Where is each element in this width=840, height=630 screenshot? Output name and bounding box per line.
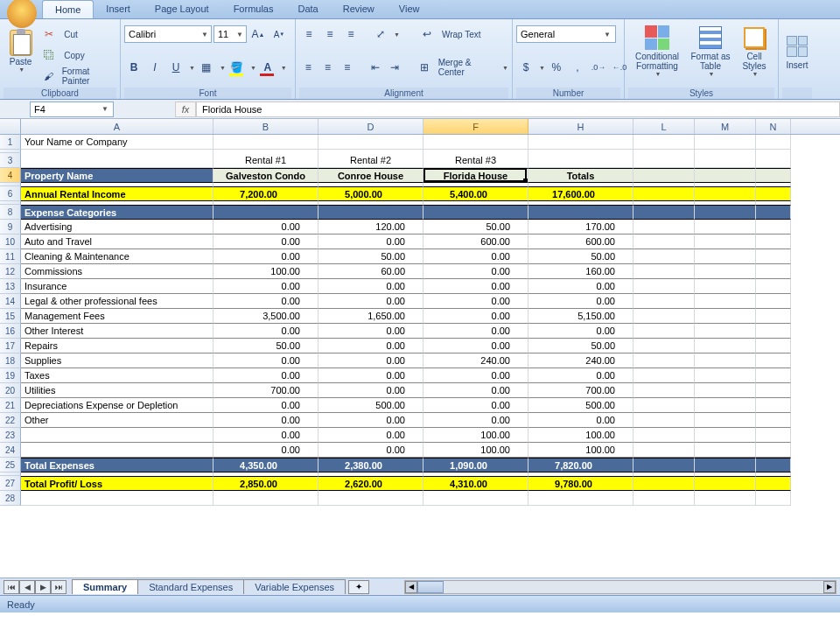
cell[interactable] xyxy=(634,324,695,339)
cell[interactable] xyxy=(756,458,791,472)
align-center-button[interactable]: ≡ xyxy=(318,59,336,76)
cell[interactable] xyxy=(634,491,695,506)
row-header-1[interactable]: 1 xyxy=(0,135,21,150)
row-header-15[interactable]: 15 xyxy=(0,309,21,324)
cell[interactable]: 0.00 xyxy=(214,428,318,443)
cell[interactable]: Annual Rental Income xyxy=(21,186,214,201)
cell[interactable]: 100.00 xyxy=(528,443,634,458)
cell[interactable]: 0.00 xyxy=(214,324,318,339)
ribbon-tab-page-layout[interactable]: Page Layout xyxy=(143,0,221,18)
cell[interactable] xyxy=(756,309,791,324)
cell[interactable]: 0.00 xyxy=(528,294,634,309)
cell[interactable] xyxy=(756,443,791,458)
cell[interactable]: 0.00 xyxy=(214,368,318,383)
percent-button[interactable]: % xyxy=(547,59,566,76)
cell[interactable] xyxy=(756,168,791,183)
cell[interactable]: 0.00 xyxy=(528,368,634,383)
sheet-nav-last[interactable]: ⏭ xyxy=(51,580,66,594)
cell[interactable]: 17,600.00 xyxy=(528,186,634,201)
cell[interactable]: 0.00 xyxy=(528,279,634,294)
cell[interactable] xyxy=(21,153,214,168)
cell[interactable]: 100.00 xyxy=(424,443,528,458)
cell[interactable]: 0.00 xyxy=(424,398,528,413)
cell[interactable] xyxy=(634,354,695,368)
cell[interactable]: Legal & other professional fees xyxy=(21,294,214,309)
cell[interactable]: 7,820.00 xyxy=(528,458,634,472)
cell[interactable] xyxy=(634,309,695,324)
cell[interactable]: 4,310.00 xyxy=(424,476,528,491)
cell[interactable]: 0.00 xyxy=(424,264,528,279)
cell[interactable] xyxy=(695,279,756,294)
cell[interactable] xyxy=(528,153,634,168)
cell[interactable] xyxy=(756,476,791,491)
cell[interactable] xyxy=(756,205,791,220)
cell[interactable] xyxy=(528,491,634,506)
increase-indent-button[interactable]: ⇥ xyxy=(386,59,403,76)
row-header-21[interactable]: 21 xyxy=(0,398,21,413)
cell[interactable]: Utilities xyxy=(21,383,214,398)
cell[interactable]: Expense Categories xyxy=(21,205,214,220)
cell[interactable]: 500.00 xyxy=(318,398,424,413)
cell[interactable]: Total Expenses xyxy=(21,458,214,472)
cell[interactable]: 2,380.00 xyxy=(318,458,424,472)
cell[interactable] xyxy=(695,186,756,201)
column-header-F[interactable]: F xyxy=(424,119,528,134)
cell[interactable]: Supplies xyxy=(21,354,214,368)
copy-button[interactable]: Copy xyxy=(39,46,116,65)
cell[interactable]: Depreciations Expense or Depletion xyxy=(21,398,214,413)
cell[interactable]: Totals xyxy=(528,168,634,183)
wrap-text-button[interactable]: Wrap Text xyxy=(438,30,485,39)
select-all-corner[interactable] xyxy=(0,119,21,134)
cell[interactable] xyxy=(756,220,791,234)
cell[interactable] xyxy=(695,443,756,458)
cell[interactable]: 0.00 xyxy=(424,324,528,339)
cell[interactable] xyxy=(634,220,695,234)
row-header-6[interactable]: 6 xyxy=(0,186,21,201)
column-header-H[interactable]: H xyxy=(528,119,634,134)
cell[interactable] xyxy=(756,413,791,428)
orientation-button[interactable]: ⤢ xyxy=(371,25,390,43)
cell[interactable]: 100.00 xyxy=(424,428,528,443)
currency-button[interactable]: $ xyxy=(516,59,536,76)
cell[interactable] xyxy=(528,205,634,220)
row-header-4[interactable]: 4 xyxy=(0,168,21,183)
cell[interactable]: 0.00 xyxy=(424,368,528,383)
cell[interactable] xyxy=(634,476,695,491)
cell[interactable]: 4,350.00 xyxy=(214,458,318,472)
cell[interactable] xyxy=(695,220,756,234)
cell[interactable]: 0.00 xyxy=(528,413,634,428)
cell[interactable]: 0.00 xyxy=(318,294,424,309)
cell[interactable]: 0.00 xyxy=(318,413,424,428)
cell[interactable]: 100.00 xyxy=(528,428,634,443)
cell[interactable] xyxy=(695,309,756,324)
paste-button[interactable]: Paste ▼ xyxy=(4,21,38,82)
cut-button[interactable]: Cut xyxy=(39,24,116,44)
cell[interactable] xyxy=(756,398,791,413)
cell[interactable]: 5,400.00 xyxy=(424,186,528,201)
ribbon-tab-review[interactable]: Review xyxy=(331,0,387,18)
cell[interactable] xyxy=(21,491,214,506)
row-header-16[interactable]: 16 xyxy=(0,324,21,339)
cell[interactable]: Other Interest xyxy=(21,324,214,339)
cell[interactable] xyxy=(756,264,791,279)
cell[interactable] xyxy=(634,398,695,413)
cell[interactable]: 5,150.00 xyxy=(528,309,634,324)
conditional-formatting-button[interactable]: Conditional Formatting▼ xyxy=(628,21,686,82)
cell[interactable] xyxy=(695,205,756,220)
cell[interactable]: 0.00 xyxy=(424,413,528,428)
cell[interactable] xyxy=(634,279,695,294)
cell[interactable]: 700.00 xyxy=(528,383,634,398)
cell[interactable]: 0.00 xyxy=(528,324,634,339)
cell[interactable]: Insurance xyxy=(21,279,214,294)
cell[interactable] xyxy=(634,153,695,168)
row-header-27[interactable]: 27 xyxy=(0,476,21,491)
cell[interactable] xyxy=(695,398,756,413)
row-header-8[interactable]: 8 xyxy=(0,205,21,220)
cell[interactable]: 50.00 xyxy=(528,339,634,354)
formula-input[interactable]: Florida House xyxy=(196,102,840,117)
cell[interactable]: 0.00 xyxy=(424,279,528,294)
cell[interactable]: 100.00 xyxy=(214,264,318,279)
cell[interactable]: 170.00 xyxy=(528,220,634,234)
cell[interactable] xyxy=(695,135,756,150)
cell[interactable] xyxy=(21,428,214,443)
